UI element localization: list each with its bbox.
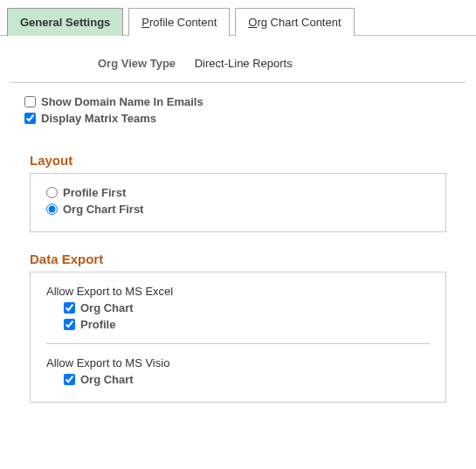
tab-general-settings[interactable]: General Settings bbox=[7, 8, 123, 36]
export-visio-orgchart-checkbox[interactable] bbox=[64, 374, 75, 385]
display-matrix-checkbox[interactable] bbox=[24, 113, 36, 124]
export-excel-profile-checkbox[interactable] bbox=[64, 319, 75, 330]
data-export-title: Data Export bbox=[30, 252, 466, 266]
export-excel-orgchart-label: Org Chart bbox=[80, 301, 134, 314]
org-chart-first-label: Org Chart First bbox=[63, 203, 143, 216]
profile-first-radio[interactable] bbox=[46, 187, 58, 198]
export-visio-orgchart-label: Org Chart bbox=[80, 373, 134, 386]
export-excel-orgchart-checkbox[interactable] bbox=[64, 302, 75, 314]
data-export-panel: Allow Export to MS Excel Org Chart Profi… bbox=[30, 272, 446, 403]
profile-first-label: Profile First bbox=[63, 186, 126, 199]
display-matrix-label: Display Matrix Teams bbox=[41, 112, 156, 125]
export-excel-label: Allow Export to MS Excel bbox=[46, 285, 430, 298]
layout-title: Layout bbox=[30, 153, 466, 168]
export-visio-label: Allow Export to MS Visio bbox=[46, 356, 430, 369]
show-domain-label: Show Domain Name In Emails bbox=[41, 95, 204, 108]
org-view-type-value: Direct-Line Reports bbox=[195, 57, 293, 70]
show-domain-checkbox[interactable] bbox=[24, 96, 36, 107]
org-chart-first-radio[interactable] bbox=[46, 203, 58, 215]
tab-org-chart-content[interactable]: Org Chart Content bbox=[235, 8, 354, 36]
layout-panel: Profile First Org Chart First bbox=[30, 173, 446, 232]
tab-bar: General Settings Profile Content Org Cha… bbox=[0, 0, 476, 36]
tab-profile-content[interactable]: Profile Content bbox=[128, 8, 230, 36]
export-excel-profile-label: Profile bbox=[80, 318, 115, 331]
org-view-type-label: Org View Type bbox=[98, 57, 176, 70]
org-view-type-row: Org View Type Direct-Line Reports bbox=[10, 48, 466, 83]
